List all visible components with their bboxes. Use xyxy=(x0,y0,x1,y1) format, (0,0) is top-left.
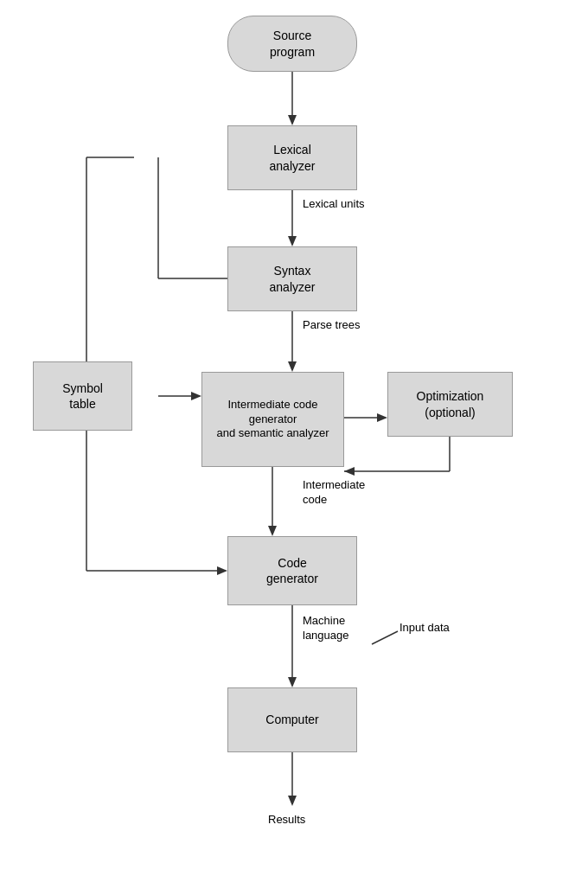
source-program-label: Sourceprogram xyxy=(270,28,315,59)
parse-trees-label: Parse trees xyxy=(303,318,360,333)
svg-marker-7 xyxy=(377,413,387,422)
optimization-box: Optimization(optional) xyxy=(387,372,513,437)
lexical-units-label: Lexical units xyxy=(303,197,365,212)
syntax-analyzer-box: Syntaxanalyzer xyxy=(227,246,357,311)
svg-marker-14 xyxy=(288,677,297,687)
svg-line-27 xyxy=(372,631,398,644)
svg-marker-16 xyxy=(288,796,297,806)
symbol-table-box: Symboltable xyxy=(33,361,132,431)
diagram: Sourceprogram Lexicalanalyzer Lexical un… xyxy=(0,0,588,895)
computer-box: Computer xyxy=(227,687,357,752)
code-generator-box: Codegenerator xyxy=(227,536,357,605)
svg-marker-10 xyxy=(344,467,355,476)
svg-marker-1 xyxy=(288,115,297,125)
intermediate-code-label: Intermediate code generatorand semantic … xyxy=(202,398,343,442)
optimization-label: Optimization(optional) xyxy=(417,388,484,419)
input-data-label: Input data xyxy=(399,621,450,636)
intermediate-code-box: Intermediate code generatorand semantic … xyxy=(201,372,344,467)
svg-marker-5 xyxy=(288,361,297,372)
symbol-table-label: Symboltable xyxy=(62,380,103,412)
svg-marker-12 xyxy=(268,526,277,536)
computer-label: Computer xyxy=(265,712,318,727)
results-label: Results xyxy=(268,813,305,828)
syntax-analyzer-label: Syntaxanalyzer xyxy=(270,263,316,294)
svg-marker-3 xyxy=(288,236,297,246)
machine-language-label: Machinelanguage xyxy=(303,614,349,643)
svg-marker-26 xyxy=(191,392,201,400)
svg-marker-20 xyxy=(217,566,227,575)
intermediate-code-text-label: Intermediatecode xyxy=(303,478,365,508)
lexical-analyzer-box: Lexicalanalyzer xyxy=(227,125,357,190)
lexical-analyzer-label: Lexicalanalyzer xyxy=(270,142,316,173)
code-generator-label: Codegenerator xyxy=(266,555,318,586)
source-program-box: Sourceprogram xyxy=(227,16,357,72)
